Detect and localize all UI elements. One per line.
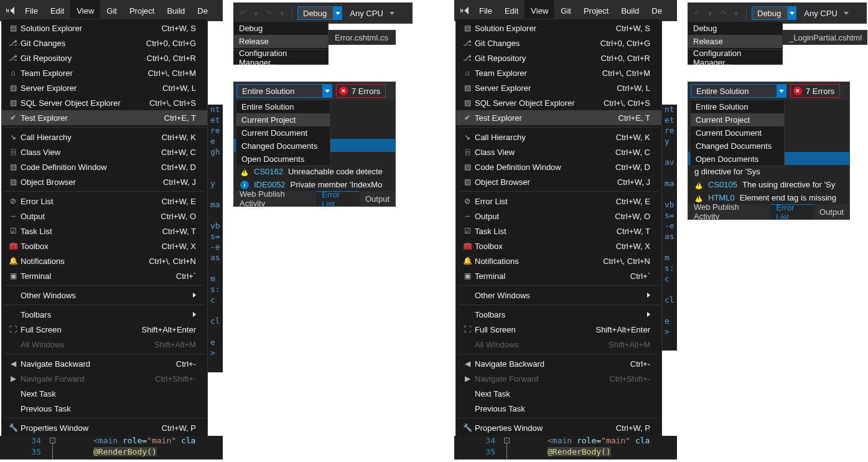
view-item-properties-window[interactable]: 🔧Properties WindowCtrl+W, P (456, 420, 661, 435)
undo-icon[interactable]: ↶ (237, 6, 249, 20)
error-code[interactable]: IDE0052 (254, 180, 286, 189)
error-code[interactable]: CS0162 (254, 167, 283, 176)
view-item-terminal[interactable]: ▣TerminalCtrl+` (456, 268, 661, 283)
view-item-solution-explorer[interactable]: ▤Solution ExplorerCtrl+W, S (456, 21, 661, 35)
errors-badge[interactable]: ✕ 7 Errors (790, 84, 840, 98)
view-item-git-repository[interactable]: ⎇Git RepositoryCtrl+0, Ctrl+R (456, 50, 661, 65)
view-item-previous-task[interactable]: Previous Task (456, 401, 661, 416)
undo-icon[interactable]: ↶ (691, 6, 703, 20)
error-row[interactable]: iIDE0052Private member 'IndexMo (234, 178, 395, 191)
menu-view[interactable]: View (70, 0, 100, 21)
view-item-other-windows[interactable]: Other Windows (2, 288, 207, 303)
tab-error-list[interactable]: Error List (770, 204, 814, 219)
view-item-notifications[interactable]: 🔔NotificationsCtrl+\, Ctrl+N (456, 253, 661, 268)
view-item-test-explorer[interactable]: ✔Test ExplorerCtrl+E, T (456, 110, 661, 125)
view-item-error-list[interactable]: ⊘Error ListCtrl+W, E (2, 194, 207, 209)
view-item-call-hierarchy[interactable]: ↘Call HierarchyCtrl+W, K (2, 130, 207, 144)
view-item-class-view[interactable]: ⌸Class ViewCtrl+W, C (2, 144, 207, 159)
scope-option-entire-solution[interactable]: Entire Solution (236, 100, 330, 113)
view-item-error-list[interactable]: ⊘Error ListCtrl+W, E (456, 194, 661, 209)
view-item-test-explorer[interactable]: ✔Test ExplorerCtrl+E, T (2, 110, 207, 125)
view-item-server-explorer[interactable]: ▤Server ExplorerCtrl+W, L (2, 80, 207, 95)
view-item-class-view[interactable]: ⌸Class ViewCtrl+W, C (456, 144, 661, 159)
menu-edit[interactable]: Edit (44, 0, 70, 21)
menu-project[interactable]: Project (123, 0, 161, 21)
view-item-git-changes[interactable]: ⎇Git ChangesCtrl+0, Ctrl+G (456, 35, 661, 50)
error-row[interactable]: CS0162Unreachable code detecte (234, 165, 395, 178)
view-item-output[interactable]: →OutputCtrl+W, O (2, 209, 207, 224)
config-combo[interactable]: Debug (297, 6, 342, 20)
tab-output[interactable]: Output (360, 191, 395, 206)
view-item-code-definition-window[interactable]: ▤Code Definition WindowCtrl+W, D (456, 159, 661, 174)
view-item-navigate-backward[interactable]: ◀Navigate BackwardCtrl+- (2, 356, 207, 371)
error-row[interactable]: CS0105The using directive for 'Sy (688, 178, 849, 191)
config-option-release[interactable]: Release (688, 35, 782, 48)
scope-option-open-documents[interactable]: Open Documents (236, 153, 330, 166)
scope-dropdown[interactable]: Entire SolutionCurrent ProjectCurrent Do… (236, 100, 330, 166)
config-option-manager[interactable]: Configuration Manager... (234, 51, 328, 64)
error-text-row[interactable]: g directive for 'Sys (688, 165, 849, 178)
view-item-sql-server-object-explorer[interactable]: ▤SQL Server Object ExplorerCtrl+\, Ctrl+… (2, 95, 207, 110)
view-item-task-list[interactable]: ☑Task ListCtrl+W, T (456, 224, 661, 238)
redo-chevron-icon[interactable]: ▾ (278, 6, 287, 20)
error-row[interactable]: HTML0Element end tag is missing (688, 191, 849, 204)
menu-debug[interactable]: De (191, 0, 214, 21)
config-dropdown[interactable]: Debug Release Configuration Manager... (688, 21, 783, 65)
view-item-previous-task[interactable]: Previous Task (2, 401, 207, 416)
menu-view[interactable]: View (525, 0, 554, 21)
menu-project[interactable]: Project (577, 0, 615, 21)
errors-badge[interactable]: ✕ 7 Errors (336, 84, 386, 98)
view-item-next-task[interactable]: Next Task (2, 386, 207, 401)
menu-git[interactable]: Git (100, 0, 123, 21)
config-option-debug[interactable]: Debug (688, 22, 782, 35)
view-item-team-explorer[interactable]: ⌂Team ExplorerCtrl+\, Ctrl+M (2, 65, 207, 80)
view-item-git-changes[interactable]: ⎇Git ChangesCtrl+0, Ctrl+G (2, 35, 207, 50)
config-option-debug[interactable]: Debug (234, 22, 328, 35)
view-item-call-hierarchy[interactable]: ↘Call HierarchyCtrl+W, K (456, 130, 661, 144)
view-item-toolbars[interactable]: Toolbars (456, 307, 661, 322)
view-item-toolbox[interactable]: 🧰ToolboxCtrl+W, X (2, 238, 207, 253)
menu-debug[interactable]: De (645, 0, 668, 21)
menu-build[interactable]: Build (161, 0, 191, 21)
view-item-solution-explorer[interactable]: ▤Solution ExplorerCtrl+W, S (2, 21, 207, 35)
scope-option-current-document[interactable]: Current Document (691, 126, 784, 139)
view-item-code-definition-window[interactable]: ▤Code Definition WindowCtrl+W, D (2, 159, 207, 174)
scope-option-current-project[interactable]: Current Project (691, 113, 784, 126)
error-code[interactable]: HTML0 (708, 193, 735, 202)
view-item-object-browser[interactable]: ▤Object BrowserCtrl+W, J (2, 174, 207, 189)
redo-chevron-icon[interactable]: ▾ (732, 6, 741, 20)
menu-git[interactable]: Git (554, 0, 577, 21)
view-item-all-windows[interactable]: All WindowsShift+Alt+M (2, 337, 207, 352)
scope-option-open-documents[interactable]: Open Documents (691, 153, 784, 166)
config-option-manager[interactable]: Configuration Manager... (688, 51, 782, 64)
view-item-full-screen[interactable]: ⛶Full ScreenShift+Alt+Enter (2, 322, 207, 337)
scope-option-entire-solution[interactable]: Entire Solution (691, 100, 784, 113)
menu-build[interactable]: Build (615, 0, 645, 21)
scope-option-changed-documents[interactable]: Changed Documents (691, 139, 784, 153)
platform-combo[interactable]: Any CPU (345, 6, 396, 20)
config-option-release[interactable]: Release (234, 35, 328, 48)
view-item-navigate-forward[interactable]: ▶Navigate ForwardCtrl+Shift+- (456, 371, 661, 386)
error-code[interactable]: CS0105 (708, 180, 737, 189)
view-item-notifications[interactable]: 🔔NotificationsCtrl+\, Ctrl+N (2, 253, 207, 268)
scope-dropdown[interactable]: Entire SolutionCurrent ProjectCurrent Do… (690, 100, 785, 166)
menu-file[interactable]: File (19, 0, 44, 21)
menu-file[interactable]: File (473, 0, 498, 21)
config-dropdown[interactable]: Debug Release Configuration Manager... (233, 21, 329, 65)
view-item-output[interactable]: →OutputCtrl+W, O (456, 209, 661, 224)
view-item-object-browser[interactable]: ▤Object BrowserCtrl+W, J (456, 174, 661, 189)
view-item-terminal[interactable]: ▣TerminalCtrl+` (2, 268, 207, 283)
platform-combo[interactable]: Any CPU (799, 6, 851, 20)
undo-chevron-icon[interactable]: ▾ (251, 6, 261, 20)
view-item-sql-server-object-explorer[interactable]: ▤SQL Server Object ExplorerCtrl+\, Ctrl+… (456, 95, 661, 110)
view-item-full-screen[interactable]: ⛶Full ScreenShift+Alt+Enter (456, 322, 661, 337)
tab-web-publish[interactable]: Web Publish Activity (234, 191, 316, 206)
redo-icon[interactable]: ↷ (263, 6, 275, 20)
view-item-server-explorer[interactable]: ▤Server ExplorerCtrl+W, L (456, 80, 661, 95)
doc-tab[interactable]: _LoginPartial.cshtml (783, 30, 867, 45)
view-item-toolbars[interactable]: Toolbars (2, 307, 207, 322)
view-item-other-windows[interactable]: Other Windows (456, 288, 661, 303)
config-combo[interactable]: Debug (752, 6, 796, 20)
tab-web-publish[interactable]: Web Publish Activity (688, 204, 770, 219)
view-item-toolbox[interactable]: 🧰ToolboxCtrl+W, X (456, 238, 661, 253)
